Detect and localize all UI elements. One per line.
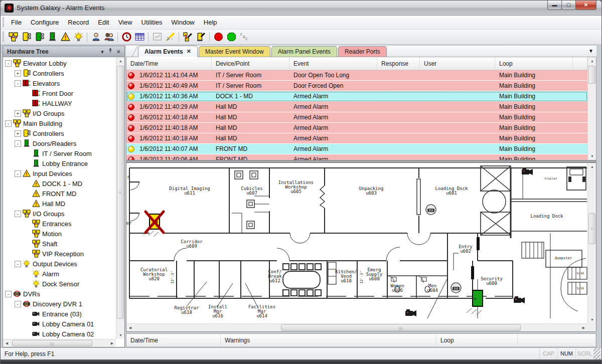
scroll-up-icon[interactable]: ▲ [588, 163, 596, 170]
tree-item[interactable]: +Controllers [3, 128, 116, 138]
floorplan-vscroll-thumb[interactable]: ≡ [588, 213, 595, 244]
collapse-toggle[interactable]: - [15, 80, 21, 87]
resize-grip[interactable] [593, 348, 600, 359]
tree-item[interactable]: Shaft [3, 239, 116, 249]
door-edit-button[interactable] [194, 31, 207, 43]
event-row[interactable]: 1/6/2012 11:41:04 AMIT / Server RoomDoor… [126, 70, 587, 81]
scroll-down-icon[interactable]: ▼ [588, 152, 596, 160]
alarm-door-icon[interactable] [143, 212, 164, 237]
operators-button[interactable] [102, 31, 115, 43]
tree-item[interactable]: Front Door [3, 88, 116, 98]
menu-file[interactable]: File [7, 17, 26, 28]
tab-master-event-window[interactable]: Master Event Window [199, 46, 270, 57]
close-button[interactable]: ✕ [575, 1, 596, 10]
minimize-button[interactable]: ▬ [547, 1, 562, 10]
title-bar[interactable]: ✳ System Galaxy - Alarm Events ▬ ▢ ✕ [1, 1, 601, 16]
collapse-toggle[interactable]: - [15, 261, 21, 267]
tree-item[interactable]: +I/O Groups [3, 108, 116, 118]
panel-pin-icon[interactable] [106, 48, 114, 56]
loop-edit-button[interactable] [181, 31, 194, 43]
tree-item[interactable]: -Output Devices [3, 259, 116, 269]
tab-alarm-panel-events[interactable]: Alarm Panel Events [271, 46, 337, 57]
tree-item[interactable]: Dock Sensor [3, 279, 116, 289]
tree-item[interactable]: Lobby Camera 01 [3, 319, 116, 329]
warnings-column-loop[interactable]: Loop [436, 334, 518, 346]
column-header-event[interactable]: Event [289, 57, 377, 70]
collapse-toggle[interactable]: - [15, 301, 21, 307]
collapse-toggle[interactable]: - [5, 60, 12, 67]
menu-record[interactable]: Record [63, 17, 93, 28]
panel-close-icon[interactable]: ✕ [114, 48, 122, 56]
menu-utilities[interactable]: Utilities [137, 17, 167, 28]
menu-view[interactable]: View [114, 17, 137, 28]
operator-button[interactable] [89, 31, 102, 43]
tree-item[interactable]: -Input Devices [3, 168, 116, 178]
tree-item[interactable]: IT / Server Room [3, 148, 116, 158]
tree-item[interactable]: HALLWAY [3, 98, 116, 108]
column-header-device-point[interactable]: Device/Point [212, 57, 289, 70]
tree-horizontal-scrollbar[interactable]: ◀ ||| ▶ [3, 339, 116, 347]
floorplan-vertical-scrollbar[interactable]: ▲ ≡ ▼ [587, 163, 596, 323]
scroll-right-icon[interactable]: ▶ [580, 324, 587, 331]
column-header-user[interactable]: User [420, 57, 495, 70]
warnings-column-warnings[interactable]: Warnings [221, 334, 436, 346]
scroll-down-icon[interactable]: ▼ [588, 316, 596, 323]
event-row[interactable]: 1/6/2012 11:40:06 AMFRONT MDArmed AlarmM… [126, 154, 587, 160]
expand-toggle[interactable]: + [15, 70, 21, 77]
alarm-start-green-button[interactable] [225, 31, 238, 43]
cac-badge-button[interactable]: CAC [238, 31, 251, 43]
event-row[interactable]: 1/6/2012 11:40:07 AMFRONT MDArmed AlarmM… [126, 144, 587, 154]
tree-item[interactable]: Alarm [3, 269, 116, 279]
door-reader-button[interactable] [46, 31, 59, 43]
event-row[interactable]: 1/6/2012 11:40:18 AMHall MDArmed AlarmMa… [126, 123, 587, 133]
floorplan-view[interactable]: Digital Imaging u611Cubicles u607Install… [126, 163, 587, 323]
tree-item[interactable]: -DVRDiscovery DVR 1 [3, 299, 116, 309]
tree-vertical-scrollbar[interactable]: ▲ ≡ ▼ [116, 57, 124, 339]
event-row[interactable]: 1/6/2012 11:40:18 AMHall MDArmed AlarmMa… [126, 112, 587, 123]
camera-icon[interactable] [405, 309, 416, 316]
tree-item[interactable]: -Elevator Lobby [3, 58, 116, 68]
scroll-left-icon[interactable]: ◀ [126, 324, 134, 331]
tree-scroll-thumb[interactable]: ≡ [117, 66, 124, 319]
tab-alarm-events[interactable]: Alarm Events✕ [138, 46, 198, 57]
scroll-up-icon[interactable]: ▲ [116, 57, 125, 65]
tree-item[interactable]: Entrance (03) [3, 309, 116, 319]
tree-item[interactable]: Lobby Camera 02 [3, 329, 116, 339]
scroll-left-icon[interactable]: ◀ [3, 339, 11, 347]
sweep-button[interactable] [164, 31, 177, 43]
loop-network-button[interactable] [7, 31, 20, 43]
tree-item[interactable]: Lobby Entrance [3, 158, 116, 168]
event-scroll-thumb[interactable] [588, 66, 595, 84]
scroll-up-icon[interactable]: ▲ [588, 57, 596, 65]
smoke-detector-icon[interactable] [451, 283, 461, 293]
tab-list-dropdown-icon[interactable]: ▼ [588, 48, 593, 54]
secure-door-icon[interactable] [467, 290, 483, 315]
collapse-toggle[interactable]: - [15, 211, 21, 217]
tree-item[interactable]: -Doors/Readers [3, 138, 116, 148]
tab-close-icon[interactable]: ✕ [187, 48, 191, 55]
alarm-warning-button[interactable] [59, 31, 72, 43]
tab-reader-ports[interactable]: Reader Ports [338, 46, 387, 57]
menu-edit[interactable]: Edit [93, 17, 113, 28]
controller-yellow-button[interactable] [20, 31, 33, 43]
tree-item[interactable]: -I/O Groups [3, 209, 116, 219]
tree-item[interactable]: +Controllers [3, 68, 116, 78]
tree-item[interactable]: Entrances [3, 219, 116, 229]
tree-hscroll-thumb[interactable]: ||| [12, 340, 92, 346]
collapse-toggle[interactable]: - [5, 291, 12, 297]
event-row[interactable]: 1/6/2012 11:40:36 AMDOCK 1 - MDArmed Ala… [126, 91, 587, 102]
scroll-right-icon[interactable]: ▶ [108, 339, 116, 347]
expand-toggle[interactable]: + [15, 110, 21, 117]
output-bulb-button[interactable] [72, 31, 85, 43]
tree-item[interactable]: VIP Reception [3, 249, 116, 259]
tree-item[interactable]: -DVRDVRs [3, 289, 116, 299]
expand-toggle[interactable]: + [15, 130, 21, 137]
menu-help[interactable]: Help [199, 17, 222, 28]
alarm-stop-red-button[interactable] [212, 31, 225, 43]
camera-icon[interactable] [514, 296, 525, 303]
maximize-button[interactable]: ▢ [561, 1, 576, 10]
panel-menu-chevron-icon[interactable]: ▾ [98, 48, 106, 56]
floorplan-hscroll-thumb[interactable]: ||| [281, 324, 521, 331]
camera-icon[interactable] [522, 168, 533, 175]
tree-item[interactable]: Hall MD [3, 199, 116, 209]
